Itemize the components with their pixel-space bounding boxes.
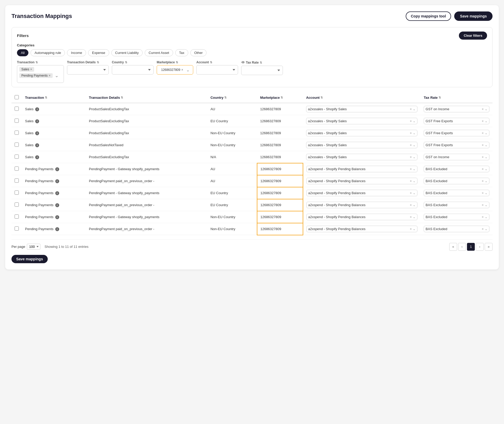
category-pill-current-liability[interactable]: Current Liability <box>111 49 143 56</box>
tax-clear-icon[interactable]: × <box>482 191 484 195</box>
prev-page-button[interactable]: ‹ <box>458 243 466 251</box>
account-clear-icon[interactable]: × <box>410 215 412 219</box>
row-checkbox-2[interactable] <box>15 131 19 135</box>
category-pill-automapping-rule[interactable]: Automapping rule <box>31 49 65 56</box>
marketplace-tag-remove[interactable]: × <box>181 68 183 72</box>
copy-mappings-button[interactable]: Copy mappings tool <box>406 11 451 21</box>
account-clear-icon[interactable]: × <box>410 119 412 123</box>
category-pill-income[interactable]: Income <box>67 49 86 56</box>
tag-sales-remove[interactable]: × <box>30 67 32 71</box>
tax-chevron-icon[interactable]: ⌄ <box>485 203 488 207</box>
first-page-button[interactable]: « <box>449 243 457 251</box>
category-pill-tax[interactable]: Tax <box>175 49 188 56</box>
marketplace-filter-tag[interactable]: 12686327809 × ⌄ <box>157 65 193 75</box>
tax-clear-icon[interactable]: × <box>482 155 484 159</box>
tax-chevron-icon[interactable]: ⌄ <box>485 167 488 171</box>
tag-pending-remove[interactable]: × <box>49 74 51 77</box>
country-select[interactable] <box>112 65 154 75</box>
th-account-sort[interactable]: ⇅ <box>320 96 323 99</box>
info-icon[interactable]: i <box>55 203 59 207</box>
tax-rate-select[interactable] <box>241 66 283 75</box>
account-chevron-icon[interactable]: ⌄ <box>413 155 416 159</box>
info-icon[interactable]: i <box>55 215 59 219</box>
tax-chevron-icon[interactable]: ⌄ <box>485 227 488 231</box>
info-icon[interactable]: i <box>55 167 59 171</box>
row-checkbox-10[interactable] <box>15 226 19 231</box>
info-icon[interactable]: i <box>35 143 39 147</box>
tax-clear-icon[interactable]: × <box>482 119 484 123</box>
tax-chevron-icon[interactable]: ⌄ <box>485 179 488 183</box>
tax-clear-icon[interactable]: × <box>482 227 484 231</box>
account-clear-icon[interactable]: × <box>410 191 412 195</box>
account-chevron-icon[interactable]: ⌄ <box>413 227 416 231</box>
tax-clear-icon[interactable]: × <box>482 179 484 183</box>
row-checkbox-0[interactable] <box>15 107 19 111</box>
account-chevron-icon[interactable]: ⌄ <box>413 167 416 171</box>
select-all-checkbox[interactable] <box>15 95 19 99</box>
page-1-button[interactable]: 1 <box>467 243 475 251</box>
transaction-details-select[interactable] <box>67 65 109 75</box>
account-clear-icon[interactable]: × <box>410 131 412 135</box>
row-checkbox-1[interactable] <box>15 119 19 123</box>
category-pill-other[interactable]: Other <box>190 49 207 56</box>
account-chevron-icon[interactable]: ⌄ <box>413 179 416 183</box>
tax-chevron-icon[interactable]: ⌄ <box>485 119 488 123</box>
account-clear-icon[interactable]: × <box>410 155 412 159</box>
info-icon[interactable]: i <box>35 119 39 123</box>
row-checkbox-8[interactable] <box>15 202 19 207</box>
per-page-select[interactable]: 100 50 25 <box>27 244 40 250</box>
tax-chevron-icon[interactable]: ⌄ <box>485 143 488 147</box>
info-icon[interactable]: i <box>35 155 39 159</box>
th-country-sort[interactable]: ⇅ <box>224 96 227 99</box>
account-chevron-icon[interactable]: ⌄ <box>413 143 416 147</box>
transaction-filter-tags[interactable]: Sales × Pending Payments × ⌄ <box>17 65 64 83</box>
account-clear-icon[interactable]: × <box>410 107 412 111</box>
th-tax-sort[interactable]: ⇅ <box>439 96 441 99</box>
tax-clear-icon[interactable]: × <box>482 167 484 171</box>
account-clear-icon[interactable]: × <box>410 179 412 183</box>
next-page-button[interactable]: › <box>476 243 484 251</box>
account-chevron-icon[interactable]: ⌄ <box>413 191 416 195</box>
tax-clear-icon[interactable]: × <box>482 143 484 147</box>
account-chevron-icon[interactable]: ⌄ <box>413 215 416 219</box>
row-checkbox-4[interactable] <box>15 155 19 159</box>
info-icon[interactable]: i <box>55 191 59 195</box>
info-icon[interactable]: i <box>35 107 39 111</box>
th-transaction-sort[interactable]: ⇅ <box>45 96 47 99</box>
category-pill-all[interactable]: All <box>17 49 28 56</box>
last-page-button[interactable]: » <box>485 243 493 251</box>
marketplace-dropdown-arrow[interactable]: ⌄ <box>186 67 190 72</box>
account-chevron-icon[interactable]: ⌄ <box>413 131 416 135</box>
tax-chevron-icon[interactable]: ⌄ <box>485 215 488 219</box>
account-clear-icon[interactable]: × <box>410 143 412 147</box>
info-icon[interactable]: i <box>55 227 59 231</box>
row-checkbox-9[interactable] <box>15 214 19 219</box>
save-mappings-button-bottom[interactable]: Save mappings <box>11 255 48 263</box>
category-pill-expense[interactable]: Expense <box>88 49 109 56</box>
row-checkbox-5[interactable] <box>15 167 19 171</box>
row-checkbox-6[interactable] <box>15 179 19 183</box>
category-pill-current-asset[interactable]: Current Asset <box>145 49 173 56</box>
account-chevron-icon[interactable]: ⌄ <box>413 119 416 123</box>
account-clear-icon[interactable]: × <box>410 203 412 207</box>
info-icon[interactable]: i <box>55 179 59 183</box>
tax-clear-icon[interactable]: × <box>482 107 484 111</box>
account-clear-icon[interactable]: × <box>410 167 412 171</box>
th-details-sort[interactable]: ⇅ <box>121 96 123 99</box>
tax-chevron-icon[interactable]: ⌄ <box>485 107 488 111</box>
info-icon[interactable]: i <box>35 131 39 135</box>
tax-clear-icon[interactable]: × <box>482 203 484 207</box>
row-checkbox-3[interactable] <box>15 143 19 147</box>
tax-chevron-icon[interactable]: ⌄ <box>485 155 488 159</box>
tax-chevron-icon[interactable]: ⌄ <box>485 131 488 135</box>
tax-chevron-icon[interactable]: ⌄ <box>485 191 488 195</box>
account-select[interactable] <box>196 65 238 75</box>
save-mappings-button-top[interactable]: Save mappings <box>454 11 493 21</box>
clear-filters-button[interactable]: Clear filters <box>459 32 487 40</box>
tax-clear-icon[interactable]: × <box>482 131 484 135</box>
account-chevron-icon[interactable]: ⌄ <box>413 203 416 207</box>
th-marketplace-sort[interactable]: ⇅ <box>281 96 283 99</box>
account-clear-icon[interactable]: × <box>410 227 412 231</box>
row-checkbox-7[interactable] <box>15 191 19 195</box>
tax-clear-icon[interactable]: × <box>482 215 484 219</box>
